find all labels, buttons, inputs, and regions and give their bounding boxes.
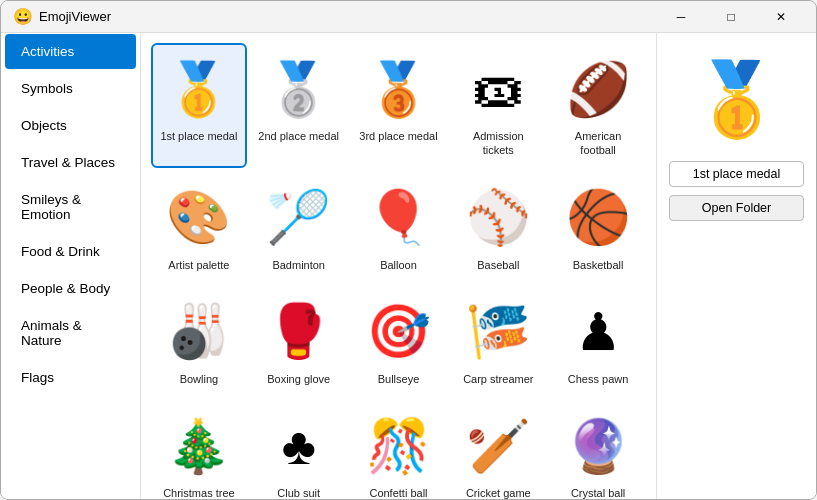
emoji-label: Bullseye xyxy=(378,372,420,386)
emoji-symbol: 🎟 xyxy=(462,53,534,125)
emoji-label: Bowling xyxy=(180,372,219,386)
emoji-item[interactable]: 🎯Bullseye xyxy=(351,286,447,396)
emoji-symbol: 🔮 xyxy=(562,410,634,482)
detail-emoji-preview: 🥇 xyxy=(687,49,787,149)
sidebar-item-food-and-drink[interactable]: Food & Drink xyxy=(5,234,136,269)
emoji-item[interactable]: 🎟Admission tickets xyxy=(450,43,546,168)
emoji-item[interactable]: 🥇1st place medal xyxy=(151,43,247,168)
emoji-symbol: 🎳 xyxy=(163,296,235,368)
emoji-item[interactable]: 🎈Balloon xyxy=(351,172,447,282)
sidebar-item-objects[interactable]: Objects xyxy=(5,108,136,143)
sidebar-item-smileys-and-emotion[interactable]: Smileys & Emotion xyxy=(5,182,136,232)
content-area: 🥇1st place medal🥈2nd place medal🥉3rd pla… xyxy=(141,33,656,499)
emoji-label: Carp streamer xyxy=(463,372,533,386)
app-title: EmojiViewer xyxy=(39,9,658,24)
emoji-item[interactable]: 🥊Boxing glove xyxy=(251,286,347,396)
emoji-grid: 🥇1st place medal🥈2nd place medal🥉3rd pla… xyxy=(151,43,646,499)
emoji-symbol: 🏸 xyxy=(263,182,335,254)
maximize-button[interactable]: □ xyxy=(708,1,754,33)
emoji-label: Christmas tree xyxy=(163,486,235,499)
emoji-item[interactable]: 🏏Cricket game xyxy=(450,400,546,499)
sidebar: ActivitiesSymbolsObjectsTravel & PlacesS… xyxy=(1,33,141,499)
minimize-button[interactable]: ─ xyxy=(658,1,704,33)
emoji-label: 1st place medal xyxy=(160,129,237,143)
emoji-label: 2nd place medal xyxy=(258,129,339,143)
sidebar-item-symbols[interactable]: Symbols xyxy=(5,71,136,106)
emoji-item[interactable]: ♟Chess pawn xyxy=(550,286,646,396)
close-button[interactable]: ✕ xyxy=(758,1,804,33)
emoji-symbol: 🎏 xyxy=(462,296,534,368)
window-controls: ─ □ ✕ xyxy=(658,1,804,33)
emoji-symbol: 🎊 xyxy=(362,410,434,482)
emoji-item[interactable]: 🎨Artist palette xyxy=(151,172,247,282)
main-layout: ActivitiesSymbolsObjectsTravel & PlacesS… xyxy=(1,33,816,499)
emoji-symbol: 🏀 xyxy=(562,182,634,254)
emoji-symbol: 🎈 xyxy=(362,182,434,254)
emoji-item[interactable]: 🏸Badminton xyxy=(251,172,347,282)
emoji-symbol: 🏏 xyxy=(462,410,534,482)
emoji-symbol: ⚾ xyxy=(462,182,534,254)
emoji-item[interactable]: ♣Club suit xyxy=(251,400,347,499)
emoji-label: 3rd place medal xyxy=(359,129,437,143)
emoji-label: Club suit xyxy=(277,486,320,499)
detail-name: 1st place medal xyxy=(669,161,804,187)
emoji-symbol: 🎄 xyxy=(163,410,235,482)
app-icon: 😀 xyxy=(13,7,33,26)
emoji-label: American football xyxy=(556,129,640,158)
open-folder-button[interactable]: Open Folder xyxy=(669,195,804,221)
emoji-item[interactable]: 🔮Crystal ball xyxy=(550,400,646,499)
emoji-symbol: 🏈 xyxy=(562,53,634,125)
emoji-symbol: ♟ xyxy=(562,296,634,368)
emoji-item[interactable]: 🎊Confetti ball xyxy=(351,400,447,499)
emoji-label: Badminton xyxy=(272,258,325,272)
emoji-symbol: 🎯 xyxy=(362,296,434,368)
emoji-item[interactable]: 🎳Bowling xyxy=(151,286,247,396)
emoji-item[interactable]: 🏈American football xyxy=(550,43,646,168)
emoji-label: Cricket game xyxy=(466,486,531,499)
emoji-symbol: 🥊 xyxy=(263,296,335,368)
detail-panel: 🥇 1st place medal Open Folder xyxy=(656,33,816,499)
emoji-label: Chess pawn xyxy=(568,372,629,386)
emoji-label: Balloon xyxy=(380,258,417,272)
titlebar: 😀 EmojiViewer ─ □ ✕ xyxy=(1,1,816,33)
emoji-label: Artist palette xyxy=(168,258,229,272)
emoji-item[interactable]: ⚾Baseball xyxy=(450,172,546,282)
emoji-symbol: 🥈 xyxy=(263,53,335,125)
emoji-item[interactable]: 🥉3rd place medal xyxy=(351,43,447,168)
sidebar-item-activities[interactable]: Activities xyxy=(5,34,136,69)
emoji-symbol: 🎨 xyxy=(163,182,235,254)
sidebar-item-people-and-body[interactable]: People & Body xyxy=(5,271,136,306)
emoji-symbol: 🥉 xyxy=(362,53,434,125)
sidebar-item-flags[interactable]: Flags xyxy=(5,360,136,395)
emoji-label: Baseball xyxy=(477,258,519,272)
emoji-item[interactable]: 🏀Basketball xyxy=(550,172,646,282)
emoji-label: Basketball xyxy=(573,258,624,272)
sidebar-item-animals-and-nature[interactable]: Animals & Nature xyxy=(5,308,136,358)
emoji-symbol: 🥇 xyxy=(163,53,235,125)
emoji-label: Boxing glove xyxy=(267,372,330,386)
emoji-label: Crystal ball xyxy=(571,486,625,499)
emoji-item[interactable]: 🎄Christmas tree xyxy=(151,400,247,499)
emoji-label: Admission tickets xyxy=(456,129,540,158)
sidebar-item-travel-and-places[interactable]: Travel & Places xyxy=(5,145,136,180)
emoji-item[interactable]: 🥈2nd place medal xyxy=(251,43,347,168)
emoji-label: Confetti ball xyxy=(369,486,427,499)
emoji-symbol: ♣ xyxy=(263,410,335,482)
emoji-item[interactable]: 🎏Carp streamer xyxy=(450,286,546,396)
